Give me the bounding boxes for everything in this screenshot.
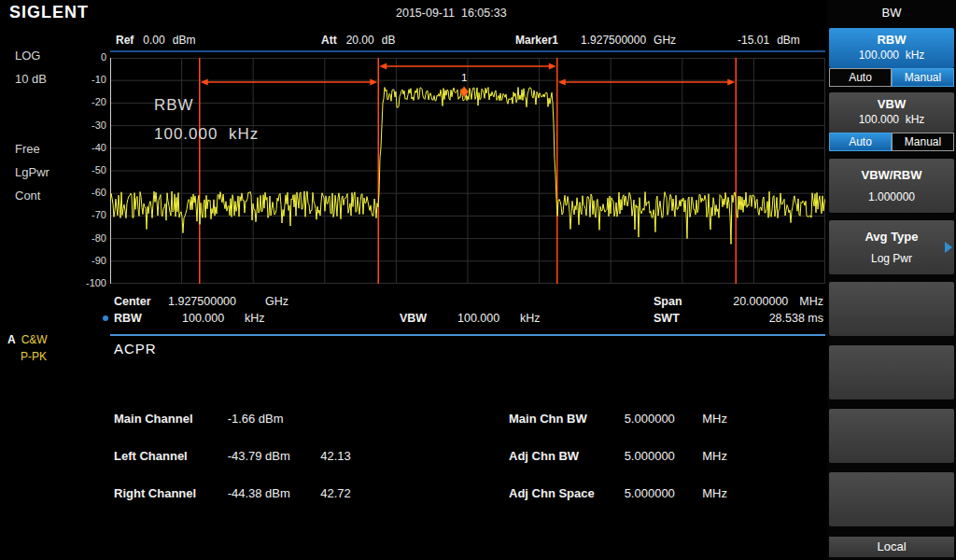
acpr-separator-line	[110, 334, 825, 336]
acpr-row-label: Main Chn BW	[509, 412, 621, 426]
center-frequency-readout: Center 1.927500000 GHz	[114, 295, 288, 308]
arrowhead-left	[558, 79, 566, 86]
softkey-menu-panel: BW RBW 100.000 kHz Auto Manual VBW 100.0…	[827, 0, 956, 560]
y-tick-label: -80	[77, 232, 106, 244]
swt-readout: SWT 28.538 ms	[654, 312, 823, 325]
rbw-value: 100.000	[182, 312, 245, 325]
acpr-main-bw-row: Main Chn BW 5.000000 MHz	[509, 412, 727, 426]
y-tick-label: -10	[77, 74, 106, 85]
submenu-arrow-icon	[945, 242, 952, 253]
detector-indicator: P-PK	[21, 350, 47, 363]
vbw-manual-option[interactable]: Manual	[892, 133, 954, 151]
annunciator-sweep-mode: Cont	[15, 189, 40, 203]
vbw-value: 100.000	[457, 312, 520, 325]
acpr-row-label: Main Channel	[114, 412, 224, 426]
acpr-row-label: Left Channel	[114, 449, 224, 463]
acpr-left-channel-row: Left Channel -43.79 dBm 42.13	[114, 449, 351, 463]
vbw-auto-manual-toggle: Auto Manual	[829, 133, 954, 151]
y-tick-label: -40	[77, 142, 106, 153]
span-unit: MHz	[799, 295, 823, 308]
vbw-label: VBW	[400, 312, 457, 325]
marker-frequency: 1.927500000	[581, 34, 646, 47]
local-button[interactable]: Local	[829, 537, 954, 557]
acpr-row-label: Adj Chn BW	[509, 449, 621, 463]
softkey-rbw[interactable]: RBW 100.000 kHz	[829, 28, 954, 68]
acpr-row-unit: MHz	[702, 486, 727, 500]
acpr-title: ACPR	[114, 341, 157, 357]
acpr-row-value: -1.66 dBm	[228, 412, 317, 426]
y-tick-label: -100	[77, 277, 106, 288]
marker-amplitude-unit: dBm	[777, 34, 800, 47]
center-value: 1.927500000	[168, 295, 265, 308]
softkey-vbw-rbw-value: 1.000000	[829, 190, 954, 203]
rbw-auto-option[interactable]: Auto	[829, 68, 892, 87]
vbw-auto-option[interactable]: Auto	[829, 133, 892, 151]
annunciator-scale-type: LOG	[15, 49, 40, 63]
softkey-vbw-rbw-label: VBW/RBW	[829, 168, 954, 182]
acpr-row-value: -43.79 dBm	[228, 449, 317, 463]
softkey-vbw-value: 100.000 kHz	[829, 113, 954, 126]
att-unit: dB	[382, 34, 396, 47]
ref-level-readout: Ref0.00dBm	[116, 34, 195, 47]
softkey-vbw[interactable]: VBW 100.000 kHz	[829, 92, 954, 133]
y-tick-label: -50	[77, 164, 106, 175]
ref-label: Ref	[116, 34, 134, 47]
softkey-blank-2	[829, 345, 954, 399]
swt-label: SWT	[654, 312, 680, 325]
softkey-rbw-label: RBW	[829, 33, 954, 47]
y-tick-label: -60	[77, 187, 106, 198]
softkey-vbw-rbw-ratio[interactable]: VBW/RBW 1.000000	[829, 159, 954, 213]
settings-bar-underline	[110, 50, 825, 52]
center-label: Center	[114, 295, 168, 308]
datetime-display: 2015-09-11 16:05:33	[396, 7, 507, 20]
rbw-manual-option[interactable]: Manual	[892, 68, 954, 87]
span-readout: Span 20.000000 MHz	[654, 295, 823, 308]
marker-readout: Marker11.927500000GHz-15.01dBm	[515, 34, 800, 47]
annunciator-scale-div: 10 dB	[15, 72, 47, 86]
marker-name: Marker1	[515, 34, 558, 47]
trace-type: C&W	[21, 333, 48, 346]
softkey-blank-4	[829, 472, 954, 526]
softkey-blank-1	[829, 282, 954, 336]
acpr-row-ratio: 42.13	[320, 449, 351, 463]
y-tick-label: -30	[77, 119, 106, 131]
arrowhead-left	[379, 63, 387, 70]
rbw-auto-manual-toggle: Auto Manual	[829, 68, 954, 87]
acpr-row-ratio: 42.72	[320, 486, 351, 500]
rbw-label: RBW	[114, 312, 182, 325]
vbw-readout: VBW 100.000 kHz	[400, 312, 541, 325]
center-unit: GHz	[265, 295, 288, 308]
acpr-row-value: 5.000000	[625, 486, 699, 500]
vbw-unit: kHz	[520, 312, 541, 325]
acpr-row-value: -44.38 dBm	[228, 486, 317, 500]
trace-active-dot	[103, 315, 108, 321]
marker-diamond-icon	[460, 87, 469, 97]
acpr-row-unit: MHz	[702, 449, 727, 463]
softkey-avg-type[interactable]: Avg Type Log Pwr	[829, 220, 954, 274]
softkey-avg-type-value: Log Pwr	[829, 252, 954, 265]
spectrum-display: 1	[110, 58, 825, 284]
acpr-row-unit: MHz	[702, 412, 727, 426]
swt-value: 28.538 ms	[769, 312, 823, 325]
acpr-main-channel-row: Main Channel -1.66 dBm	[114, 412, 317, 426]
acpr-right-channel-row: Right Channel -44.38 dBm 42.72	[114, 486, 351, 500]
span-label: Span	[654, 295, 682, 308]
acpr-adj-bw-row: Adj Chn BW 5.000000 MHz	[509, 449, 727, 463]
arrowhead-right	[370, 79, 377, 86]
marker-number-label: 1	[461, 72, 467, 83]
marker-frequency-unit: GHz	[654, 34, 676, 47]
brand-logo: SIGLENT	[9, 3, 89, 22]
annunciator-avg-mode: LgPwr	[15, 165, 49, 179]
marker-amplitude: -15.01	[738, 34, 769, 47]
acpr-row-label: Adj Chn Space	[509, 486, 621, 500]
softkey-vbw-label: VBW	[829, 97, 954, 111]
att-label: Att	[321, 34, 337, 47]
menu-title: BW	[827, 0, 956, 26]
rbw-overlay-value: 100.000 kHz	[154, 125, 259, 144]
rbw-unit: kHz	[245, 312, 265, 325]
softkey-avg-type-label: Avg Type	[829, 230, 954, 244]
y-tick-label: -20	[77, 96, 106, 107]
arrowhead-left	[201, 79, 208, 86]
acpr-adj-space-row: Adj Chn Space 5.000000 MHz	[509, 486, 727, 500]
marker-symbol: 1	[460, 72, 469, 97]
